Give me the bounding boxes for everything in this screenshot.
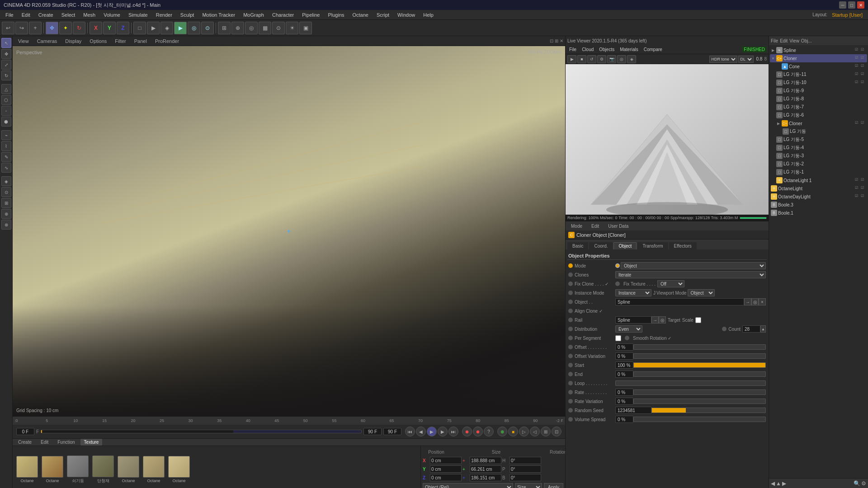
material-item-1[interactable]: Octane	[42, 456, 63, 483]
userdata-tab[interactable]: User Data	[604, 223, 632, 230]
tool-new[interactable]: +	[29, 22, 42, 34]
vp-tab-display[interactable]: Display	[61, 38, 85, 45]
tool-rotate2[interactable]: ↻	[1, 70, 11, 80]
end-frame-input[interactable]	[363, 428, 382, 435]
menu-mesh[interactable]: Mesh	[80, 11, 99, 19]
tool-z-axis[interactable]: Z	[117, 22, 129, 34]
material-item-6[interactable]: Octane	[168, 456, 190, 483]
menu-window[interactable]: Window	[394, 11, 419, 19]
menu-motion-tracker[interactable]: Motion Tracker	[198, 11, 239, 19]
tool-scale2[interactable]: ⤢	[1, 60, 11, 70]
tool-snap2[interactable]: ◎	[245, 22, 258, 34]
pos-y[interactable]	[430, 465, 462, 473]
offset-slider[interactable]	[633, 344, 766, 350]
tool-grid[interactable]: ⊞	[218, 22, 231, 34]
hier-lg9[interactable]: □ LG 기둥-9	[770, 87, 867, 95]
tl-key3[interactable]: ▷	[519, 427, 529, 436]
lv-focus[interactable]: ◎	[617, 55, 626, 63]
menu-file[interactable]: File	[2, 11, 17, 19]
menu-octane[interactable]: Octane	[349, 11, 372, 19]
hier-octlight[interactable]: ☀ OctaneLight ☑ ☑	[770, 184, 867, 192]
lv-menu-cloud[interactable]: Cloud	[580, 47, 595, 52]
tool-anim[interactable]: ▶	[147, 22, 160, 34]
tool-point[interactable]: ◦	[1, 106, 11, 116]
vis-btn-cloner[interactable]: ☑	[855, 56, 860, 61]
prop-tab-object[interactable]: Object	[613, 242, 637, 249]
hier-cloner2[interactable]: ▶ C+ Cloner ☑ ☑	[770, 119, 867, 127]
mat-tab-create[interactable]: Create	[14, 439, 35, 446]
lv-menu-materials[interactable]: Materials	[618, 47, 640, 52]
start-input[interactable]	[615, 361, 633, 369]
tl-record[interactable]: ⏺	[462, 427, 472, 436]
tool-pen[interactable]: ✎	[1, 152, 11, 162]
rail-link-btn[interactable]: →	[651, 316, 659, 324]
hier-lg2[interactable]: □ LG 기둥-2	[770, 160, 867, 168]
tl-key1[interactable]: ⊕	[497, 427, 507, 436]
object-input[interactable]	[615, 298, 744, 305]
menu-pipeline[interactable]: Pipeline	[298, 11, 323, 19]
rail-target-btn[interactable]: ◎	[659, 316, 666, 324]
tool-undo[interactable]: ↩	[2, 22, 14, 34]
offset-var-input[interactable]	[615, 352, 633, 360]
material-item-0[interactable]: Octane	[16, 456, 38, 483]
hier-lg8[interactable]: □ LG 기둥-8	[770, 95, 867, 103]
mode-radio[interactable]	[615, 263, 620, 268]
mat-tab-texture[interactable]: Texture	[80, 439, 103, 446]
hier-octlight1[interactable]: ☀ OctaneLight 1 ☑ ☑	[770, 176, 867, 184]
rot-x[interactable]	[509, 457, 541, 464]
start-slider[interactable]	[633, 362, 766, 368]
size-y[interactable]	[470, 465, 501, 473]
hier-lg4[interactable]: □ LG 기둥-4	[770, 144, 867, 152]
hier-lg10[interactable]: □ LG 기둥-10 ☑ ☑	[770, 79, 867, 87]
end-slider[interactable]	[633, 371, 766, 377]
lv-stop[interactable]: ■	[577, 55, 586, 63]
vp-tab-view[interactable]: View	[14, 38, 33, 45]
rail-check[interactable]	[695, 317, 701, 323]
tl-goto-start[interactable]: ⏮	[405, 427, 415, 436]
obj-del-btn[interactable]: ×	[759, 298, 766, 305]
rail-input[interactable]	[615, 316, 651, 324]
rate-var-input[interactable]	[615, 398, 633, 405]
obj-link-btn[interactable]: →	[744, 298, 751, 305]
mode-dropdown[interactable]: Object	[621, 262, 766, 269]
apply-button[interactable]: Apply	[544, 483, 563, 488]
tool-sym[interactable]: ⊞	[1, 198, 11, 208]
hier-cloner[interactable]: ▼ C+ Cloner ☑ ☑	[770, 54, 867, 62]
tool-light[interactable]: ☀	[286, 22, 298, 34]
offset-input[interactable]	[615, 343, 633, 351]
count-input[interactable]	[742, 325, 760, 333]
tool-rotate[interactable]: ↻	[73, 22, 85, 34]
lv-display-dropdown[interactable]: DL	[738, 56, 754, 63]
menu-render[interactable]: Render	[152, 11, 176, 19]
lv-cam[interactable]: 📷	[607, 55, 616, 63]
vol-slider[interactable]	[633, 417, 766, 422]
menu-mograph[interactable]: MoGraph	[240, 11, 268, 19]
fixtex-dropdown[interactable]: Off	[657, 280, 684, 287]
maximize-button[interactable]: □	[848, 1, 855, 9]
tool-knife[interactable]: ⌁	[1, 130, 11, 140]
close-button[interactable]: ✕	[857, 1, 864, 9]
perseg-check[interactable]	[615, 335, 621, 341]
dist-dropdown[interactable]: Even	[615, 325, 642, 333]
hier-lg11[interactable]: □ LG 기둥-11 ☑ ☑	[770, 70, 867, 79]
tool-render-btn[interactable]: ▣	[299, 22, 312, 34]
menu-simulate[interactable]: Simulate	[125, 11, 151, 19]
hier-lg5a[interactable]: □ LG 기둥-5	[770, 136, 867, 144]
count-up[interactable]: ▲	[760, 325, 766, 333]
lv-menu-file[interactable]: File	[567, 47, 578, 52]
tool-render2[interactable]: ◎	[188, 22, 200, 34]
tool-edge[interactable]: ⬡	[1, 95, 11, 105]
mat-tab-edit[interactable]: Edit	[37, 439, 52, 446]
obj-pick-btn[interactable]: ◎	[751, 298, 759, 305]
menu-character[interactable]: Character	[269, 11, 297, 19]
max-frame-input[interactable]	[383, 428, 401, 435]
current-frame-input[interactable]	[16, 428, 34, 435]
timeline-ruler[interactable]: :0 5 10 15 20 25 30 35 40 45 50 55 60 65…	[13, 417, 565, 425]
lock-btn-spline[interactable]: ☑	[861, 47, 866, 53]
lv-play[interactable]: ▶	[567, 55, 576, 63]
vis-btn-spline[interactable]: ☑	[855, 47, 860, 53]
rot-y[interactable]	[509, 465, 541, 473]
tool-render-preview[interactable]: ◈	[160, 22, 173, 34]
end-input[interactable]	[615, 371, 633, 378]
tool-sculpt2[interactable]: ⊙	[1, 187, 11, 197]
